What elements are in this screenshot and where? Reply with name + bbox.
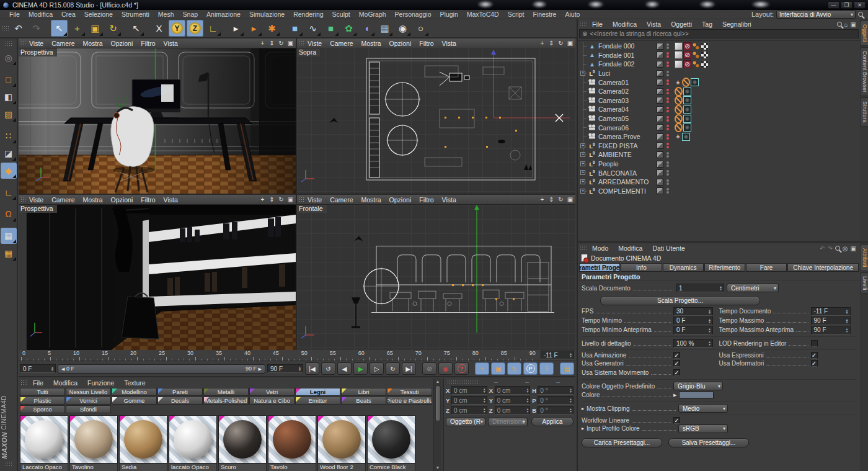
object-row[interactable]: + ▲ L0 COMPLEMENTI + ⊘ [578,187,860,196]
layout-dropdown[interactable]: Interfaccia di Avvio [776,11,856,19]
range-end-spinner[interactable]: 90 F▲▼ [267,364,303,373]
menu-item[interactable]: Personaggio [391,11,436,18]
object-menu-item[interactable]: Tag [697,20,717,28]
object-name[interactable]: Fondale 002 [598,60,657,68]
object-row[interactable]: + ▲ L0 ARREDAMENTO + ⊘ [578,177,860,187]
checkbox[interactable]: ✓ [673,352,680,359]
object-row[interactable]: + ▲ L0 Camera05 + ⊘ [578,114,860,123]
render-settings-icon[interactable]: ✱ [264,20,280,37]
checker-tag-icon[interactable] [701,60,709,68]
viewport-canvas[interactable] [297,48,575,194]
object-menu-item[interactable]: Vista [642,20,666,28]
maximize-view-icon[interactable]: ▣ [287,40,294,47]
object-row[interactable]: + ▲ L0 FIXED PISTA + ⊘ [578,141,860,151]
expand-triangle-icon[interactable]: ▸ [582,406,587,411]
material-layer-button[interactable]: Pietre e Piastrelle [387,397,432,405]
axis-mode-icon[interactable]: ∟ [1,184,17,200]
material-item[interactable]: Cornice Black [367,415,415,471]
texture-tag-icon[interactable] [675,60,683,68]
attribute-tab[interactable]: Info [621,263,662,272]
object-name[interactable]: People [598,160,657,168]
viewport-menu-item[interactable]: Camere [51,40,74,47]
material-layer-button[interactable]: Tutti [20,388,65,396]
viewport-menu-item[interactable]: Mostra [83,40,103,47]
edges-mode-icon[interactable]: ◪ [1,145,17,161]
viewport-menu-item[interactable]: Mostra [361,40,381,47]
menu-item[interactable]: Simulazione [245,11,289,18]
expand-icon[interactable]: + [580,179,585,184]
value-spinner[interactable]: 90 F▲▼ [811,316,851,325]
rotate-view-icon[interactable]: ↻ [278,196,285,203]
checkbox[interactable]: ✓ [811,340,818,347]
panel-tab[interactable]: Oggetti [860,20,868,46]
checker-tag-icon[interactable] [701,51,709,59]
timeline-range-slider[interactable]: ◀ 0 F 90 F ▶ [58,364,265,374]
viewport-menu-item[interactable]: Vista [442,40,456,47]
layer-toggle[interactable] [657,61,663,68]
material-layer-button[interactable]: Vernici [66,397,111,405]
phong-tag-icon[interactable] [692,51,700,59]
phong-tag-icon[interactable] [692,60,700,68]
menu-item[interactable]: Mesh [154,11,179,18]
camera-tag-icon[interactable] [683,123,691,132]
panel-tab[interactable]: Struttura [860,97,868,127]
camera-tag-icon[interactable] [682,133,690,141]
x-axis-icon[interactable]: X [151,20,167,37]
material-menu-item[interactable]: Texture [119,379,150,387]
layer-toggle[interactable] [657,97,663,104]
autokey-help-button[interactable]: ? [454,362,469,375]
camera-tag-icon[interactable] [691,78,699,86]
texture-tag-icon[interactable] [675,51,683,59]
object-name[interactable]: FIXED PISTA [598,142,657,150]
drag-handle[interactable] [20,380,28,386]
move-icon[interactable]: + [69,20,86,37]
menu-item[interactable]: Snap [179,11,203,18]
material-menu-item[interactable]: Modifica [48,379,82,387]
rotation-field[interactable]: H 0 °▲▼ [532,386,574,395]
viewport-menu-item[interactable]: Vista [164,196,178,204]
key-rotation-toggle[interactable]: ↻ [507,362,521,375]
object-row[interactable]: + ▲ L0 Camera06 + ⊘ [578,123,860,132]
attribute-tab[interactable]: Parametri Progetto [579,263,620,272]
expand-icon[interactable]: + [580,189,585,194]
object-row[interactable]: + ▲ L0 Fondale 002 + ⊘ [578,60,860,69]
object-menu-item[interactable]: Oggetti [666,20,697,28]
viewport-menu-item[interactable]: Opzioni [111,196,133,204]
phong-tag-icon[interactable] [692,42,700,50]
rotate-view-icon[interactable]: ↻ [278,40,285,47]
menu-item[interactable]: Rendering [289,11,327,18]
object-name[interactable]: Camera03 [598,97,657,104]
object-name[interactable]: Camera01 [598,79,657,86]
material-layer-button[interactable]: Pareti [157,388,203,396]
next-key-button[interactable]: ↻ [386,362,400,375]
keyframe-selection-toggle[interactable]: ▤ [560,362,574,375]
object-name[interactable]: Camera05 [598,115,657,122]
layer-toggle[interactable] [657,179,663,186]
visibility-dots[interactable] [666,71,670,76]
object-row[interactable]: + ▲ L0 Camera02 + ⊘ [578,87,860,96]
visibility-dots[interactable] [666,134,670,140]
expand-icon[interactable]: + [580,143,585,148]
material-menu-item[interactable]: File [28,379,48,387]
section-header[interactable]: Parametri Progetto [578,272,860,281]
history-forward-icon[interactable]: ↷ [827,245,832,252]
load-presets-button[interactable]: Carica Presettaggi... [582,438,662,447]
texture-tag-icon[interactable] [675,42,683,50]
save-presets-button[interactable]: Salva Presettaggi... [668,438,749,447]
expand-icon[interactable]: + [580,152,585,157]
key-pla-toggle[interactable]: ⠿ [539,362,554,375]
layer-toggle[interactable] [657,161,663,168]
menu-item[interactable]: MaxToC4D [463,11,503,18]
light-icon[interactable]: ○ [412,20,429,37]
timeline-end-spinner[interactable]: -11 F▲▼ [541,351,574,359]
new-panel-icon[interactable]: ▣ [851,245,856,252]
size-field[interactable]: X 0 cm▲▼ [489,386,531,395]
object-name[interactable]: COMPLEMENTI [598,187,657,195]
material-layer-button[interactable]: Beats [341,397,386,405]
object-row[interactable]: + ▲ L0 Camera04 + ⊘ [578,105,860,114]
material-layer-button[interactable]: Metals-Polished [203,397,249,405]
viewport-menu-item[interactable]: Vista [164,40,178,47]
object-row[interactable]: + ▲ L0 Camera.Prove + ⊘ [578,132,860,141]
checkbox[interactable]: ✓ [673,360,680,367]
layer-toggle[interactable] [657,124,663,131]
